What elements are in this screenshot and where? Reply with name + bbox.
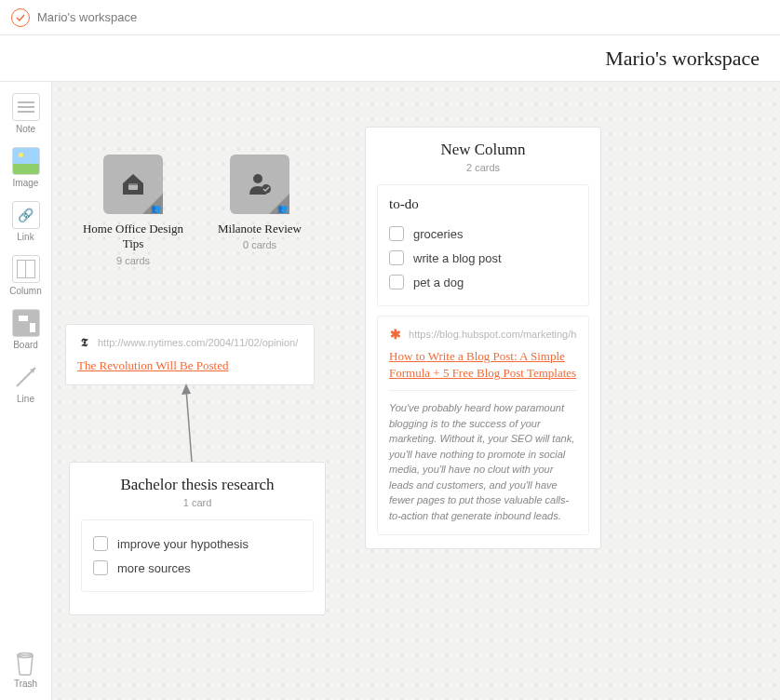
board-icon: [12, 309, 40, 337]
shared-icon: 👥: [151, 204, 161, 213]
checkbox[interactable]: [389, 275, 404, 289]
todo-item[interactable]: pet a dog: [389, 270, 577, 294]
board-thumbnail: 👥: [103, 155, 163, 214]
todo-item[interactable]: more sources: [93, 556, 302, 580]
connector-arrow: [173, 382, 201, 465]
board-tile-home-office[interactable]: 👥 Home Office Design Tips 9 cards: [82, 155, 184, 266]
board-title: Home Office Design Tips: [82, 222, 184, 252]
shared-icon: 👥: [277, 204, 288, 213]
app-logo-icon[interactable]: [11, 8, 30, 27]
todo-text: groceries: [413, 227, 463, 241]
tool-label: Board: [13, 340, 38, 350]
board-card-count: 0 cards: [208, 239, 311, 250]
checkbox[interactable]: [389, 226, 404, 241]
breadcrumb[interactable]: Mario's workspace: [37, 10, 137, 24]
todo-text: write a blog post: [413, 251, 502, 265]
board-title: Milanote Review: [208, 222, 311, 236]
tool-label: Line: [17, 394, 34, 404]
hubspot-favicon-icon: ✱: [389, 328, 401, 341]
tool-trash[interactable]: Trash: [14, 650, 37, 689]
column-card-count: 1 card: [70, 497, 325, 508]
tool-label: Link: [17, 232, 34, 242]
checkbox[interactable]: [93, 560, 108, 575]
tool-label: Note: [16, 124, 35, 134]
image-icon: [12, 147, 40, 175]
line-icon: [12, 363, 40, 391]
column-new[interactable]: New Column 2 cards to-do groceries write…: [365, 127, 601, 549]
board-thumbnail: 👥: [230, 155, 289, 214]
todo-block: improve your hypothesis more sources: [81, 519, 314, 592]
checkbox[interactable]: [93, 536, 108, 551]
link-title[interactable]: The Revolution Will Be Posted: [77, 358, 228, 372]
page-title: Mario's workspace: [605, 47, 760, 71]
column-icon: [12, 255, 40, 283]
link-url: https://blog.hubspot.com/marketing/how: [409, 329, 577, 340]
link-url: http://www.nytimes.com/2004/11/02/opinio…: [98, 337, 298, 348]
link-excerpt: You've probably heard how paramount blog…: [389, 400, 577, 523]
tool-sidebar: Note Image 🔗 Link Column Board Line: [0, 82, 52, 700]
link-title[interactable]: How to Write a Blog Post: A Simple Formu…: [389, 348, 577, 381]
todo-item[interactable]: improve your hypothesis: [93, 532, 302, 556]
note-icon: [12, 93, 40, 121]
tool-label: Image: [13, 178, 39, 188]
tool-image[interactable]: Image: [12, 147, 40, 188]
divider: [389, 390, 577, 391]
todo-text: pet a dog: [413, 276, 464, 289]
todo-text: more sources: [117, 561, 191, 575]
board-card-count: 9 cards: [82, 255, 184, 266]
svg-point-4: [253, 174, 262, 183]
board-tile-milanote-review[interactable]: 👥 Milanote Review 0 cards: [208, 155, 311, 250]
tool-column[interactable]: Column: [9, 255, 41, 296]
checkbox[interactable]: [389, 250, 404, 265]
trash-icon: [14, 650, 36, 676]
todo-text: improve your hypothesis: [117, 537, 249, 551]
column-title: New Column: [366, 141, 600, 159]
top-bar: Mario's workspace: [0, 0, 780, 35]
column-card-count: 2 cards: [366, 162, 600, 173]
link-card-hubspot[interactable]: ✱ https://blog.hubspot.com/marketing/how…: [377, 316, 589, 535]
todo-item[interactable]: write a blog post: [389, 246, 577, 270]
link-icon: 🔗: [12, 201, 40, 229]
todo-heading: to-do: [389, 196, 577, 212]
todo-block: to-do groceries write a blog post pet a …: [377, 184, 589, 306]
tool-board[interactable]: Board: [12, 309, 40, 350]
page-header: Mario's workspace: [0, 35, 780, 82]
tool-link[interactable]: 🔗 Link: [12, 201, 40, 242]
link-card-nyt[interactable]: 𝕿 http://www.nytimes.com/2004/11/02/opin…: [65, 324, 315, 385]
nyt-favicon-icon: 𝕿: [77, 336, 90, 349]
svg-line-6: [186, 389, 192, 462]
tool-label: Trash: [14, 679, 37, 689]
canvas[interactable]: 👥 Home Office Design Tips 9 cards 👥 Mila…: [52, 82, 780, 700]
tool-label: Column: [9, 286, 41, 296]
column-title: Bachelor thesis research: [70, 476, 325, 494]
column-thesis[interactable]: Bachelor thesis research 1 card improve …: [69, 462, 326, 615]
tool-note[interactable]: Note: [12, 93, 40, 134]
tool-line[interactable]: Line: [12, 363, 40, 404]
todo-item[interactable]: groceries: [389, 222, 577, 246]
